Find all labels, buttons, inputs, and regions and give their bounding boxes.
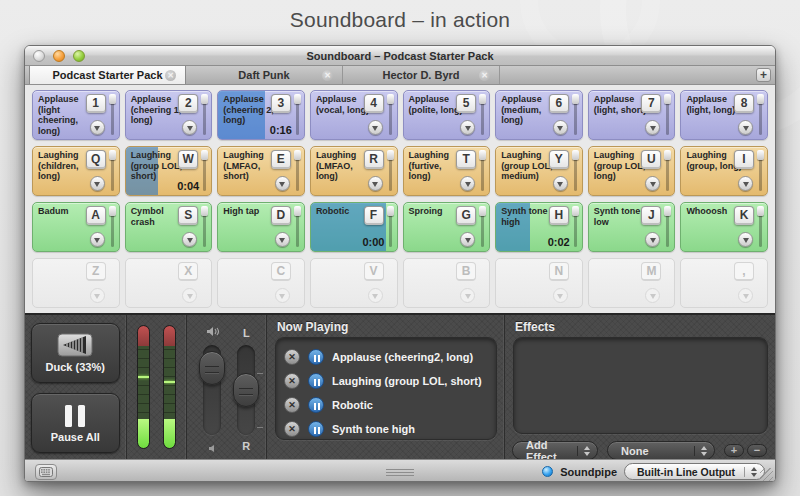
pad-volume-slider[interactable] (201, 150, 208, 192)
pad-1[interactable]: Applause (light cheering, long)1 (32, 90, 120, 140)
pad-slider-thumb[interactable] (387, 206, 394, 216)
pad-volume-slider[interactable] (757, 150, 764, 192)
pad-menu-button[interactable] (90, 288, 105, 303)
pad-menu-button[interactable] (90, 120, 105, 135)
pad-volume-slider[interactable] (294, 94, 301, 136)
pad-slider-thumb[interactable] (201, 94, 208, 104)
stop-sound-button[interactable]: ✕ (284, 349, 300, 365)
pad-D[interactable]: High tapD (217, 202, 305, 252)
pad-slider-thumb[interactable] (572, 150, 579, 160)
add-effect-plus-button[interactable]: + (724, 444, 744, 457)
pad-menu-button[interactable] (275, 288, 290, 303)
pad-empty-M[interactable]: M (588, 258, 676, 308)
pad-empty-,[interactable]: , (680, 258, 768, 308)
pad-menu-button[interactable] (182, 288, 197, 303)
remove-effect-minus-button[interactable]: − (747, 444, 767, 457)
balance-slider[interactable] (237, 345, 255, 435)
pad-menu-button[interactable] (645, 288, 660, 303)
pad-S[interactable]: Cymbol crashS (125, 202, 213, 252)
add-effect-dropdown[interactable]: Add Effect (512, 441, 598, 460)
pad-slider-thumb[interactable] (757, 94, 764, 104)
pad-slider-thumb[interactable] (572, 94, 579, 104)
pad-menu-button[interactable] (553, 288, 568, 303)
pad-Y[interactable]: Laughing (group LOL, medium)Y (495, 146, 583, 196)
pad-volume-slider[interactable] (479, 150, 486, 192)
pad-J[interactable]: Synth tone lowJ (588, 202, 676, 252)
add-tab-button[interactable]: + (756, 68, 771, 82)
pad-menu-button[interactable] (645, 176, 660, 191)
pad-menu-button[interactable] (460, 288, 475, 303)
pad-empty-Z[interactable]: Z (32, 258, 120, 308)
pause-all-button[interactable]: Pause All (31, 393, 120, 453)
pad-menu-button[interactable] (738, 176, 753, 191)
divider-grip[interactable] (386, 469, 414, 476)
close-tab-icon[interactable]: ✕ (322, 70, 333, 81)
pad-menu-button[interactable] (182, 120, 197, 135)
pad-menu-button[interactable] (275, 232, 290, 247)
pad-menu-button[interactable] (645, 232, 660, 247)
pad-slider-thumb[interactable] (109, 150, 116, 160)
pad-volume-slider[interactable] (294, 150, 301, 192)
pad-slider-thumb[interactable] (109, 206, 116, 216)
pad-volume-slider[interactable] (109, 150, 116, 192)
pad-5[interactable]: Applause (polite, long)5 (403, 90, 491, 140)
pad-slider-thumb[interactable] (201, 206, 208, 216)
pad-volume-slider[interactable] (572, 94, 579, 136)
pad-menu-button[interactable] (460, 232, 475, 247)
pad-menu-button[interactable] (90, 176, 105, 191)
pad-slider-thumb[interactable] (387, 94, 394, 104)
pad-F[interactable]: RoboticF0:00 (310, 202, 398, 252)
pad-slider-thumb[interactable] (479, 206, 486, 216)
tab-hector-d-byrd[interactable]: Hector D. Byrd ✕ (343, 66, 500, 84)
pad-R[interactable]: Laughing (LMFAO, long)R (310, 146, 398, 196)
master-volume-slider[interactable] (203, 345, 221, 435)
pad-slider-thumb[interactable] (109, 94, 116, 104)
pad-slider-thumb[interactable] (294, 94, 301, 104)
pad-empty-X[interactable]: X (125, 258, 213, 308)
pad-menu-button[interactable] (368, 120, 383, 135)
tab-podcast-starter-pack[interactable]: Podcast Starter Pack ✕ (29, 66, 186, 84)
pad-volume-slider[interactable] (479, 206, 486, 248)
pad-menu-button[interactable] (553, 176, 568, 191)
pad-empty-N[interactable]: N (495, 258, 583, 308)
pad-menu-button[interactable] (275, 176, 290, 191)
pad-slider-thumb[interactable] (387, 150, 394, 160)
stop-sound-button[interactable]: ✕ (284, 421, 300, 437)
pad-volume-slider[interactable] (387, 206, 394, 248)
pad-menu-button[interactable] (182, 232, 197, 247)
pad-T[interactable]: Laughing (furtive, long)T (403, 146, 491, 196)
pad-slider-thumb[interactable] (757, 206, 764, 216)
output-device-dropdown[interactable]: Built-in Line Output (624, 463, 765, 480)
pad-volume-slider[interactable] (757, 94, 764, 136)
pad-volume-slider[interactable] (201, 94, 208, 136)
pad-W[interactable]: Laughing (group LOL, short)W0:04 (125, 146, 213, 196)
pad-Q[interactable]: Laughing (children, long)Q (32, 146, 120, 196)
window-resize-grip[interactable] (760, 468, 773, 481)
pad-4[interactable]: Applause (vocal, long)4 (310, 90, 398, 140)
pad-volume-slider[interactable] (572, 150, 579, 192)
window-titlebar[interactable]: Soundboard – Podcast Starter Pack (25, 46, 775, 66)
pad-volume-slider[interactable] (387, 94, 394, 136)
pad-A[interactable]: BadumA (32, 202, 120, 252)
pad-volume-slider[interactable] (479, 94, 486, 136)
pad-slider-thumb[interactable] (757, 150, 764, 160)
close-window-button[interactable] (33, 50, 45, 62)
pad-volume-slider[interactable] (109, 206, 116, 248)
pad-K[interactable]: WhoooshK (680, 202, 768, 252)
pad-volume-slider[interactable] (757, 206, 764, 248)
pad-U[interactable]: Laughing (group LOL, long)U (588, 146, 676, 196)
volume-slider-thumb[interactable] (199, 351, 225, 385)
pad-H[interactable]: Synth tone highH0:02 (495, 202, 583, 252)
effect-preset-dropdown[interactable]: None (607, 441, 715, 460)
close-tab-icon[interactable]: ✕ (165, 70, 176, 81)
pad-7[interactable]: Applause (light, short)7 (588, 90, 676, 140)
pad-volume-slider[interactable] (664, 94, 671, 136)
pad-menu-button[interactable] (368, 288, 383, 303)
pad-slider-thumb[interactable] (479, 150, 486, 160)
pad-empty-V[interactable]: V (310, 258, 398, 308)
pad-menu-button[interactable] (645, 120, 660, 135)
pad-6[interactable]: Applause (medium, long)6 (495, 90, 583, 140)
pad-slider-thumb[interactable] (664, 206, 671, 216)
stop-sound-button[interactable]: ✕ (284, 373, 300, 389)
pad-slider-thumb[interactable] (572, 206, 579, 216)
